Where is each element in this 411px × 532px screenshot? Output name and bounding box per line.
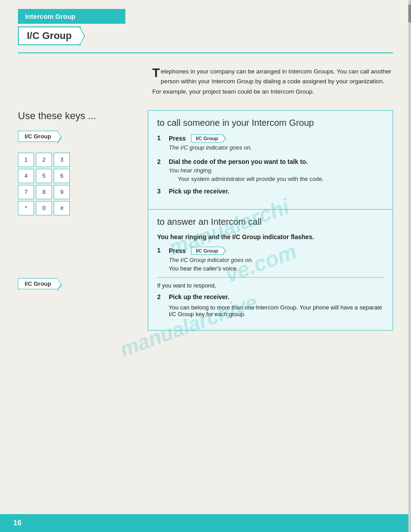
key-1: 1 xyxy=(18,153,34,167)
left-column: Use these keys ... I/C Group 1 2 3 4 5 6… xyxy=(18,110,148,330)
answer-section: to answer an Intercom call You hear ring… xyxy=(148,209,393,330)
respond-text: If you want to respond, xyxy=(157,282,384,289)
key-3: 3 xyxy=(54,153,70,167)
key-5: 5 xyxy=(36,169,52,183)
answer-step-2: 2 Pick up the receiver. You can belong t… xyxy=(157,293,384,317)
call-step-3: 3 Pick up the receiver. xyxy=(157,188,384,197)
key-6: 6 xyxy=(54,169,70,183)
closing-note: You can belong to more than one Intercom… xyxy=(169,304,384,317)
answer-divider xyxy=(157,277,384,278)
call-section-title: to call someone in your Intercom Group xyxy=(157,118,384,128)
inline-key-call-1: I/C Group xyxy=(191,134,223,142)
footer: 16 xyxy=(0,514,411,532)
key-8: 8 xyxy=(36,185,52,199)
key-2: 2 xyxy=(36,153,52,167)
call-step-1: 1 Press I/C Group The I/C group indicato… xyxy=(157,134,384,153)
inline-key-answer-1: I/C Group xyxy=(191,247,223,255)
key-7: 7 xyxy=(18,185,34,199)
ic-group-tab: I/C Group xyxy=(18,26,81,45)
header-section: Intercom Group I/C Group xyxy=(0,0,411,45)
right-column: to call someone in your Intercom Group 1… xyxy=(148,110,393,330)
intro-section: T elephones in your company can be arran… xyxy=(0,53,411,106)
drop-cap: T xyxy=(152,67,160,79)
scrollbar-thumb[interactable] xyxy=(408,4,411,22)
key-star: * xyxy=(18,201,34,215)
ic-group-key-2: I/C Group xyxy=(18,278,58,289)
main-content: Use these keys ... I/C Group 1 2 3 4 5 6… xyxy=(18,110,393,330)
answer-section-title: to answer an Intercom call xyxy=(157,217,384,227)
page-number: 16 xyxy=(13,519,21,527)
call-step-2: 2 Dial the code of the person you want t… xyxy=(157,158,384,182)
intercom-group-banner: Intercom Group xyxy=(18,9,125,24)
answer-step-1: 1 Press I/C Group The I/C Group indicato… xyxy=(157,247,384,272)
ic-group-key-1: I/C Group xyxy=(18,131,58,142)
scrollbar[interactable] xyxy=(408,0,411,532)
intro-text: elephones in your company can be arrange… xyxy=(152,68,391,95)
call-section: to call someone in your Intercom Group 1… xyxy=(148,111,393,209)
page: Intercom Group I/C Group T elephones in … xyxy=(0,0,411,532)
use-these-keys-heading: Use these keys ... xyxy=(18,110,139,122)
answer-section-subtitle: You hear ringing and the I/C Group indic… xyxy=(157,233,384,240)
key-9: 9 xyxy=(54,185,70,199)
key-0: 0 xyxy=(36,201,52,215)
key-4: 4 xyxy=(18,169,34,183)
key-hash: # xyxy=(54,201,70,215)
keypad: 1 2 3 4 5 6 7 8 9 * 0 # xyxy=(18,153,139,215)
